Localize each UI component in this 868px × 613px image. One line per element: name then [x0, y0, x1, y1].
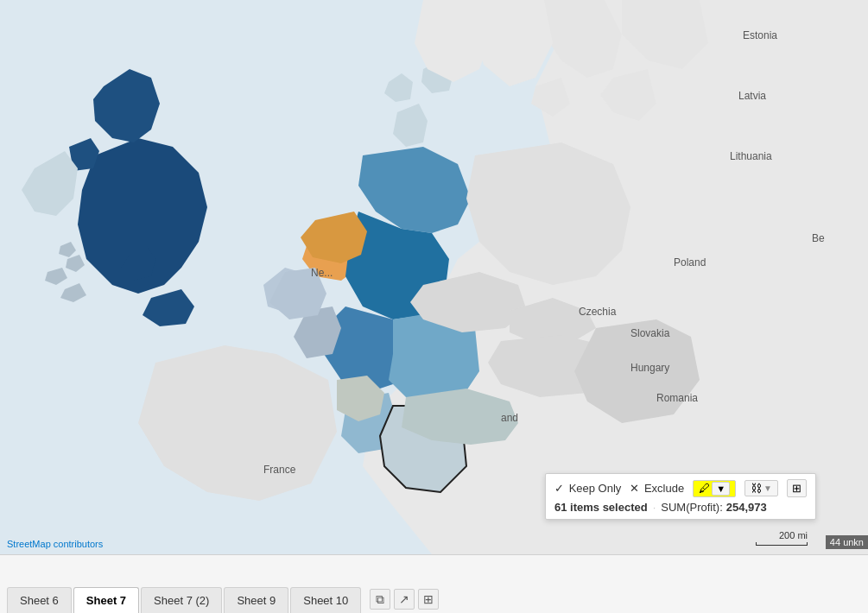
keep-only-button[interactable]: ✓ Keep Only [554, 482, 621, 495]
tab-sheet10[interactable]: Sheet 10 [290, 587, 361, 613]
scale-line [756, 542, 808, 546]
more-sheets-button[interactable]: ⊞ [418, 589, 439, 610]
selection-bar: ✓ Keep Only ✕ Exclude 🖊 ▼ ⛓ ▼ ⊞ 61 items… [545, 473, 816, 520]
extract-sheet-button[interactable]: ↗ [394, 589, 415, 610]
selection-info: 61 items selected · SUM(Profit): 254,973 [554, 501, 807, 514]
tab-sheet7[interactable]: Sheet 7 [73, 587, 139, 613]
scale-bar: 200 mi [756, 530, 808, 546]
link-button[interactable]: ⛓ ▼ [744, 480, 778, 496]
unknown-badge: 44 unkn [826, 535, 868, 549]
scale-label: 200 mi [779, 530, 808, 540]
tab-icons: ⧉ ↗ ⊞ [370, 589, 439, 610]
view-data-button[interactable]: ⊞ [787, 479, 807, 497]
tab-sheet7-2[interactable]: Sheet 7 (2) [141, 587, 222, 613]
map-container: Poland Czechia Slovakia Hungary Romania … [0, 0, 868, 554]
exclude-button[interactable]: ✕ Exclude [630, 482, 684, 495]
highlight-dropdown[interactable]: ▼ [712, 482, 730, 496]
highlight-button[interactable]: 🖊 ▼ [693, 480, 736, 497]
tab-sheet9[interactable]: Sheet 9 [224, 587, 288, 613]
duplicate-sheet-button[interactable]: ⧉ [370, 589, 390, 610]
tab-sheet6[interactable]: Sheet 6 [7, 587, 72, 613]
tab-bar: Sheet 6 Sheet 7 Sheet 7 (2) Sheet 9 Shee… [0, 554, 868, 613]
streetmap-credit[interactable]: StreetMap contributors [7, 539, 103, 549]
